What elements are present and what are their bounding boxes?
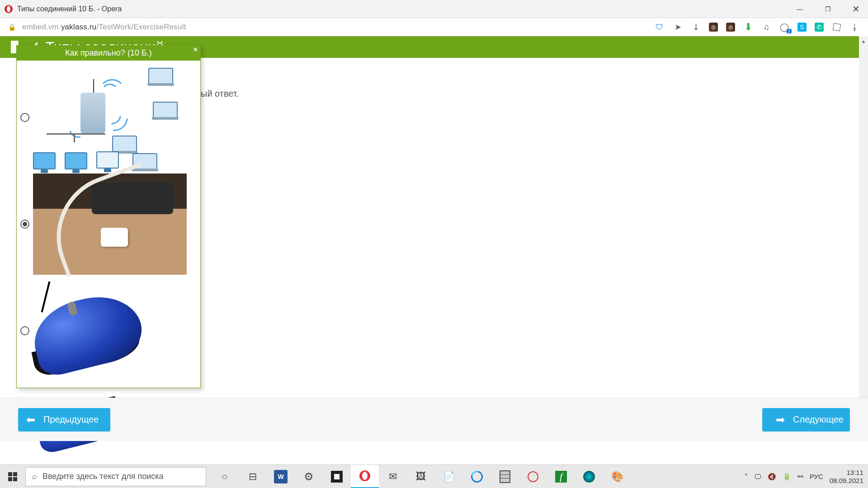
- cube-icon[interactable]: [832, 22, 842, 32]
- opera-icon: [5, 5, 13, 13]
- popup-body: [17, 61, 200, 388]
- calculator-app[interactable]: [491, 465, 519, 488]
- answer-option-2[interactable]: [20, 173, 197, 276]
- popup-close-icon[interactable]: ×: [193, 46, 198, 54]
- windows-taskbar: ⌕ Введите здесь текст для поиска ○ ⊟ W ⚙…: [0, 465, 868, 488]
- image-app[interactable]: 🖼: [407, 465, 435, 488]
- volume-mute-icon[interactable]: 🔇: [768, 473, 776, 481]
- send-icon[interactable]: ➤: [673, 22, 683, 32]
- cortana-icon[interactable]: ○: [211, 465, 239, 488]
- answer-image-mouse: [33, 277, 142, 385]
- extension-badge-icon[interactable]: ◯1: [779, 22, 789, 32]
- language-indicator[interactable]: РУС: [810, 473, 823, 480]
- radio-option-1[interactable]: [20, 113, 29, 122]
- clock-time: 13:11: [830, 469, 863, 477]
- popup-header[interactable]: Как правильно? (10 Б.) ×: [17, 46, 200, 61]
- opera-app[interactable]: [351, 465, 379, 488]
- url-prefix: embed.vm.: [22, 23, 61, 31]
- notepad-app[interactable]: 📄: [435, 465, 463, 488]
- answer-option-3[interactable]: [20, 276, 197, 386]
- battery-icon[interactable]: 🔋: [783, 473, 791, 481]
- task-view-icon[interactable]: ⊟: [239, 465, 267, 488]
- shield-icon[interactable]: 🛡: [655, 22, 665, 32]
- lock-icon: 🔒: [8, 23, 16, 31]
- popup-title: Как правильно? (10 Б.): [65, 48, 151, 57]
- radio-option-3[interactable]: [20, 326, 29, 335]
- maximize-button[interactable]: ❐: [820, 2, 835, 16]
- display-icon[interactable]: 🖵: [755, 473, 761, 480]
- skype-icon[interactable]: S: [797, 23, 807, 32]
- search-icon: ⌕: [32, 472, 37, 481]
- answer-option-1[interactable]: [20, 62, 197, 173]
- background-hint-text: ый ответ.: [201, 89, 239, 99]
- search-placeholder: Введите здесь текст для поиска: [42, 472, 164, 481]
- green-app[interactable]: f: [547, 465, 575, 488]
- url-display[interactable]: embed.vm.yaklass.ru/TestWork/ExerciseRes…: [22, 23, 186, 32]
- music-icon[interactable]: ♫: [761, 22, 771, 32]
- mail-app[interactable]: ✉: [379, 465, 407, 488]
- radio-option-2[interactable]: [20, 220, 29, 229]
- start-button[interactable]: [0, 465, 25, 488]
- clock-date: 08.09.2021: [830, 477, 863, 485]
- instagram-icon[interactable]: ◎: [709, 23, 718, 32]
- window-title: Типы соединений 10 Б. - Opera: [17, 5, 122, 13]
- window-titlebar: Типы соединений 10 Б. - Opera — ❐ ✕: [0, 0, 868, 18]
- download-icon[interactable]: ⭳: [850, 22, 860, 32]
- windows-logo-icon: [8, 472, 17, 481]
- next-label: Следующее: [793, 414, 844, 425]
- url-path: /TestWork/ExerciseResult: [96, 23, 186, 31]
- browser-toolbar-icons: 🛡 ➤ ⤓ ◎ ◎ ⬇ ♫ ◯1 S ✆ ⭳: [655, 22, 860, 32]
- clock[interactable]: 13:11 08.09.2021: [830, 469, 863, 485]
- url-host: yaklass.ru: [61, 23, 97, 31]
- correct-answer-popup: Как правильно? (10 Б.) ×: [16, 45, 201, 388]
- green-download-icon[interactable]: ⬇: [743, 22, 753, 32]
- edge-app[interactable]: [463, 465, 491, 488]
- previous-label: Предыдущее: [43, 414, 99, 425]
- taskbar-pinned: ○ ⊟ W ⚙ ✉ 🖼 📄 f 🎨: [211, 465, 631, 488]
- opera-ring-app[interactable]: [519, 465, 547, 488]
- page-scrollbar[interactable]: ▴: [859, 36, 868, 424]
- instagram-icon-2[interactable]: ◎: [726, 23, 735, 32]
- paint-app[interactable]: 🎨: [603, 465, 631, 488]
- badge-count: 1: [787, 29, 792, 33]
- taskbar-search[interactable]: ⌕ Введите здесь текст для поиска: [25, 467, 206, 486]
- next-button[interactable]: ➡ Следующее: [762, 408, 850, 432]
- arrow-right-icon: ➡: [774, 413, 787, 426]
- system-tray: ˄ 🖵 🔇 🔋 ⚯ РУС 13:11 08.09.2021: [745, 469, 868, 485]
- answer-image-cable: [33, 174, 187, 275]
- network-icon[interactable]: ⚯: [797, 473, 803, 481]
- store-app[interactable]: [323, 465, 351, 488]
- window-controls: — ❐ ✕: [792, 2, 863, 16]
- nav-footer: ⬅ Предыдущее ➡ Следующее: [0, 398, 868, 441]
- word-app[interactable]: W: [267, 465, 295, 488]
- close-button[interactable]: ✕: [848, 2, 863, 16]
- settings-app[interactable]: ⚙: [295, 465, 323, 488]
- blue-disc-app[interactable]: [575, 465, 603, 488]
- answer-image-wifi: [33, 63, 178, 172]
- previous-button[interactable]: ⬅ Предыдущее: [18, 408, 110, 432]
- minimize-button[interactable]: —: [792, 2, 807, 16]
- tray-expand-icon[interactable]: ˄: [745, 473, 748, 481]
- teal-ext-icon[interactable]: ✆: [815, 23, 824, 32]
- arrow-left-icon: ⬅: [24, 413, 37, 426]
- download-person-icon[interactable]: ⤓: [691, 22, 701, 32]
- address-bar: 🔒 embed.vm.yaklass.ru/TestWork/ExerciseR…: [0, 18, 868, 36]
